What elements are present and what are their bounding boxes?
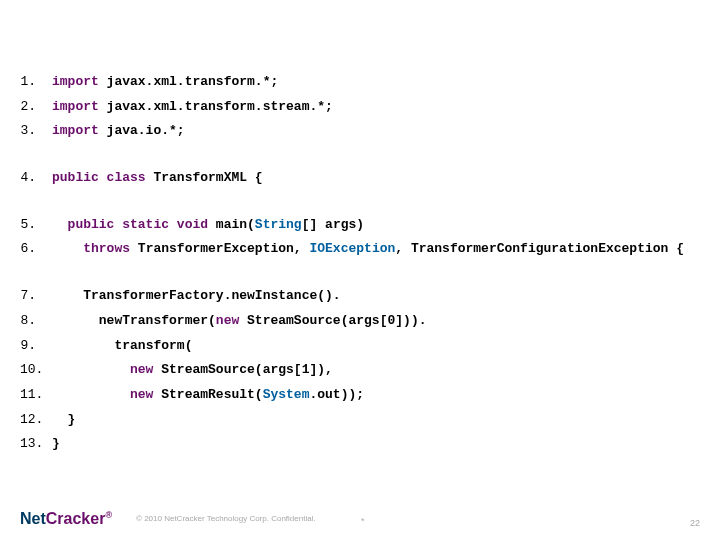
blank-line [20, 262, 700, 284]
token-kw: public class [52, 170, 146, 185]
code-content: new StreamResult(System.out)); [52, 383, 364, 408]
logo-registered: ® [105, 510, 112, 520]
code-content: public static void main(String[] args) [52, 213, 364, 238]
token-cls: System [263, 387, 310, 402]
line-number: 3. [20, 119, 52, 144]
token-plain: newTransformer( [99, 313, 216, 328]
line-number: 1. [20, 70, 52, 95]
token-plain: TransformerException, [130, 241, 309, 256]
copyright-text: © 2010 NetCracker Technology Corp. Confi… [136, 514, 316, 523]
token-cls: IOException [309, 241, 395, 256]
code-content: public class TransformXML { [52, 166, 263, 191]
code-content: new StreamSource(args[1]), [52, 358, 333, 383]
logo-cracker: Cracker [46, 510, 106, 527]
token-plain: TransformerFactory.newInstance(). [83, 288, 340, 303]
token-kw: new [130, 387, 153, 402]
token-plain: , TransformerConfigurationException { [395, 241, 684, 256]
code-line: 12. } [20, 408, 700, 433]
line-number: 4. [20, 166, 52, 191]
code-line: 8. newTransformer(new StreamSource(args[… [20, 309, 700, 334]
token-kw: new [130, 362, 153, 377]
line-number: 10. [20, 358, 52, 383]
line-number: 6. [20, 237, 52, 262]
token-kw: import [52, 123, 99, 138]
blank-line [20, 144, 700, 166]
code-line: 13.} [20, 432, 700, 457]
token-plain: [] args) [302, 217, 364, 232]
line-number: 8. [20, 309, 52, 334]
code-content: import javax.xml.transform.stream.*; [52, 95, 333, 120]
code-line: 11. new StreamResult(System.out)); [20, 383, 700, 408]
code-line: 5. public static void main(String[] args… [20, 213, 700, 238]
code-line: 6. throws TransformerException, IOExcept… [20, 237, 700, 262]
token-plain: StreamSource(args[1]), [153, 362, 332, 377]
code-line: 10. new StreamSource(args[1]), [20, 358, 700, 383]
token-plain: } [68, 412, 76, 427]
code-content: } [52, 408, 75, 433]
token-plain: javax.xml.transform.stream.*; [99, 99, 333, 114]
line-number: 9. [20, 334, 52, 359]
code-content: import javax.xml.transform.*; [52, 70, 278, 95]
code-line: 4.public class TransformXML { [20, 166, 700, 191]
code-listing: 1.import javax.xml.transform.*;2.import … [0, 0, 720, 457]
token-cls: String [255, 217, 302, 232]
token-plain: .out)); [309, 387, 364, 402]
code-line: 9. transform( [20, 334, 700, 359]
token-kw: import [52, 99, 99, 114]
token-plain: transform( [114, 338, 192, 353]
code-line: 7. TransformerFactory.newInstance(). [20, 284, 700, 309]
line-number: 12. [20, 408, 52, 433]
line-number: 5. [20, 213, 52, 238]
footer-asterisk: * [360, 518, 365, 528]
line-number: 11. [20, 383, 52, 408]
code-content: TransformerFactory.newInstance(). [52, 284, 341, 309]
line-number: 13. [20, 432, 52, 457]
code-line: 1.import javax.xml.transform.*; [20, 70, 700, 95]
token-plain: StreamSource(args[0])). [239, 313, 426, 328]
blank-line [20, 191, 700, 213]
line-number: 2. [20, 95, 52, 120]
code-line: 2.import javax.xml.transform.stream.*; [20, 95, 700, 120]
token-kw: throws [83, 241, 130, 256]
code-content: transform( [52, 334, 192, 359]
token-plain: java.io.*; [99, 123, 185, 138]
code-content: } [52, 432, 60, 457]
token-kw: public static void [68, 217, 208, 232]
token-plain: main( [208, 217, 255, 232]
token-kw: import [52, 74, 99, 89]
logo-net: Net [20, 510, 46, 527]
line-number: 7. [20, 284, 52, 309]
token-plain: } [52, 436, 60, 451]
code-content: import java.io.*; [52, 119, 185, 144]
token-plain: TransformXML { [146, 170, 263, 185]
code-line: 3.import java.io.*; [20, 119, 700, 144]
token-plain: StreamResult( [153, 387, 262, 402]
token-plain: javax.xml.transform.*; [99, 74, 278, 89]
code-content: throws TransformerException, IOException… [52, 237, 684, 262]
netcracker-logo: NetCracker® [20, 510, 112, 528]
code-content: newTransformer(new StreamSource(args[0])… [52, 309, 426, 334]
page-number: 22 [690, 518, 700, 528]
token-kw: new [216, 313, 239, 328]
